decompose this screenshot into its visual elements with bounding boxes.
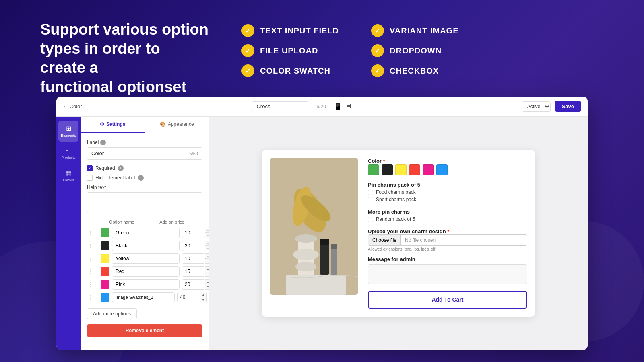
add-more-button[interactable]: Add more options bbox=[87, 308, 137, 319]
hide-label-checkbox-row[interactable]: Hide element label i bbox=[87, 175, 202, 181]
option-name-input-0[interactable] bbox=[112, 228, 180, 238]
elements-icon: ⊞ bbox=[66, 125, 71, 132]
label-field-label: Label i bbox=[87, 140, 202, 145]
price-down-2[interactable]: ▼ bbox=[205, 259, 209, 263]
message-textarea-wrapper bbox=[368, 264, 527, 284]
option-name-input-1[interactable] bbox=[112, 241, 180, 251]
svg-point-5 bbox=[295, 262, 316, 272]
label-input-wrapper: 5/50 bbox=[87, 147, 202, 160]
settings-panel: ⚙ Settings 🎨 Appearence Label i bbox=[80, 117, 209, 350]
swatch-pink[interactable] bbox=[423, 164, 434, 175]
file-upload-row: Choose file No file chosen bbox=[368, 234, 527, 246]
sport-charms-option[interactable]: Sport charms pack bbox=[368, 197, 527, 202]
color-section: Color * bbox=[368, 158, 527, 175]
drag-handle-5[interactable]: ⋮⋮ bbox=[87, 294, 98, 301]
top-bar-center: 5/20 📱 🖥 bbox=[87, 101, 517, 111]
products-icon: 🏷 bbox=[65, 147, 72, 154]
sport-charms-checkbox[interactable] bbox=[368, 197, 373, 202]
help-text-group: Help text bbox=[87, 185, 202, 214]
swatch-yellow[interactable] bbox=[395, 164, 407, 175]
pin-charms-section: Pin charms pack of 5 Food charms pack Sp… bbox=[368, 180, 527, 202]
required-star: * bbox=[383, 158, 385, 164]
headline-line3: functional optionset bbox=[40, 78, 186, 95]
back-link[interactable]: ← Color bbox=[63, 103, 82, 109]
label-input[interactable] bbox=[91, 150, 190, 156]
tab-settings[interactable]: ⚙ Settings bbox=[80, 117, 145, 133]
option-price-input-5[interactable] bbox=[177, 292, 199, 302]
price-up-3[interactable]: ▲ bbox=[205, 267, 209, 272]
swatch-red[interactable] bbox=[409, 164, 420, 175]
option-price-wrap-4: ▲ ▼ bbox=[182, 279, 209, 290]
help-text-input[interactable] bbox=[87, 192, 202, 212]
check-icon-checkbox: ✓ bbox=[371, 64, 384, 77]
required-checkbox[interactable]: ✓ bbox=[87, 165, 93, 171]
mobile-icon[interactable]: 📱 bbox=[334, 103, 342, 110]
price-down-0[interactable]: ▼ bbox=[205, 233, 209, 238]
option-row-3: ⋮⋮ ▲ ▼ 🔒 bbox=[87, 266, 202, 277]
col-header-price: Add on price bbox=[159, 220, 190, 224]
sidebar-item-elements[interactable]: ⊞ Elements bbox=[58, 121, 78, 142]
hide-label-checkbox[interactable] bbox=[87, 175, 93, 181]
price-up-4[interactable]: ▲ bbox=[205, 280, 209, 284]
color-option-label: Color * bbox=[368, 158, 527, 164]
drag-handle-4[interactable]: ⋮⋮ bbox=[87, 281, 98, 288]
price-down-1[interactable]: ▼ bbox=[205, 246, 209, 251]
check-icon-variant-image: ✓ bbox=[371, 24, 384, 37]
choose-file-button[interactable]: Choose file bbox=[368, 235, 401, 245]
top-bar: ← Color 5/20 📱 🖥 Active Save bbox=[56, 97, 588, 117]
price-up-5[interactable]: ▲ bbox=[200, 292, 206, 297]
price-down-5[interactable]: ▼ bbox=[200, 297, 206, 302]
swatch-black[interactable] bbox=[382, 164, 393, 175]
price-down-4[interactable]: ▼ bbox=[205, 284, 209, 289]
price-down-3[interactable]: ▼ bbox=[205, 272, 209, 276]
headline-line2: types in order to create a bbox=[40, 40, 160, 76]
option-price-input-4[interactable] bbox=[182, 279, 204, 290]
desktop-icon[interactable]: 🖥 bbox=[345, 103, 352, 110]
price-up-1[interactable]: ▲ bbox=[205, 241, 209, 246]
random-pack-checkbox[interactable] bbox=[368, 217, 373, 222]
option-name-input-5[interactable] bbox=[112, 292, 175, 302]
preview-panel: Color * Pin bbox=[209, 117, 588, 350]
swatch-blue[interactable] bbox=[436, 164, 448, 175]
drag-handle-1[interactable]: ⋮⋮ bbox=[87, 242, 98, 249]
price-arrows-5: ▲ ▼ bbox=[200, 292, 207, 302]
swatch-green[interactable] bbox=[368, 164, 379, 175]
option-price-input-2[interactable] bbox=[182, 253, 204, 264]
svg-rect-7 bbox=[320, 239, 329, 245]
option-row-0: ⋮⋮ ▲ ▼ 🔒 bbox=[87, 228, 202, 238]
status-select[interactable]: Active bbox=[522, 101, 551, 112]
check-icon-color-swatch: ✓ bbox=[242, 64, 254, 77]
price-up-0[interactable]: ▲ bbox=[205, 228, 209, 233]
sidebar-item-layout[interactable]: ▦ Layout bbox=[58, 165, 78, 186]
svg-rect-9 bbox=[331, 244, 337, 249]
sidebar-item-products[interactable]: 🏷 Products bbox=[58, 143, 78, 164]
required-checkbox-row[interactable]: ✓ Required i bbox=[87, 165, 202, 171]
option-name-input-4[interactable] bbox=[112, 279, 180, 290]
food-charms-checkbox[interactable] bbox=[368, 190, 373, 195]
option-name-input-2[interactable] bbox=[112, 253, 180, 264]
option-name-input-3[interactable] bbox=[112, 266, 180, 277]
top-bar-right: Active Save bbox=[522, 101, 581, 112]
option-price-input-1[interactable] bbox=[182, 241, 204, 251]
message-textarea[interactable] bbox=[368, 265, 527, 284]
option-price-input-0[interactable] bbox=[182, 228, 204, 238]
drag-handle-0[interactable]: ⋮⋮ bbox=[87, 229, 98, 237]
color-swatch-5 bbox=[101, 293, 109, 302]
option-price-input-3[interactable] bbox=[182, 266, 204, 277]
page-name-input[interactable] bbox=[252, 101, 308, 111]
remove-element-button[interactable]: Remove element bbox=[87, 324, 202, 337]
feature-list: ✓ TEXT INPUT FIELD ✓ VARIANT IMAGE ✓ FIL… bbox=[242, 20, 469, 77]
save-button[interactable]: Save bbox=[555, 101, 581, 112]
price-arrows-3: ▲ ▼ bbox=[205, 266, 209, 277]
option-row-4: ⋮⋮ ▲ ▼ 🔒 bbox=[87, 279, 202, 290]
price-up-2[interactable]: ▲ bbox=[205, 254, 209, 259]
device-icons: 📱 🖥 bbox=[334, 103, 352, 110]
drag-handle-3[interactable]: ⋮⋮ bbox=[87, 268, 98, 275]
settings-gear-icon: ⚙ bbox=[100, 121, 104, 127]
random-pack-option[interactable]: Random pack of 5 bbox=[368, 216, 527, 222]
drag-handle-2[interactable]: ⋮⋮ bbox=[87, 255, 98, 262]
food-charms-option[interactable]: Food charms pack bbox=[368, 189, 527, 195]
add-to-cart-button[interactable]: Add To Cart bbox=[368, 291, 527, 309]
product-svg bbox=[270, 158, 358, 295]
tab-appearance[interactable]: 🎨 Appearence bbox=[145, 117, 209, 133]
